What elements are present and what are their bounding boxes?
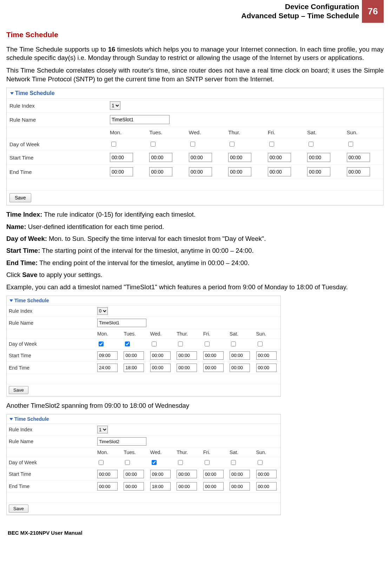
panel-title: Time Schedule xyxy=(7,296,280,305)
save-button[interactable]: Save xyxy=(9,386,28,394)
day-header: Mon. xyxy=(95,329,121,338)
start-time-input[interactable] xyxy=(203,351,224,360)
start-time-input[interactable] xyxy=(97,470,118,478)
start-time-input[interactable] xyxy=(150,470,171,478)
def-time-index: Time Index: The rule indicator (0-15) fo… xyxy=(6,210,384,219)
start-time-input[interactable] xyxy=(149,153,172,162)
start-time-input[interactable] xyxy=(230,470,250,478)
end-time-input[interactable] xyxy=(268,167,291,176)
start-time-input[interactable] xyxy=(124,470,144,478)
day-checkbox[interactable] xyxy=(190,142,195,147)
start-time-input[interactable] xyxy=(228,153,251,162)
intro-paragraph-1: The Time Schedule supports up to 16 time… xyxy=(6,45,384,62)
rule-index-select[interactable]: 1 xyxy=(110,101,120,110)
rule-name-input[interactable] xyxy=(97,319,146,327)
def-start-time: Start Time: The starting point of the in… xyxy=(6,246,384,255)
text-bold: 16 xyxy=(108,46,115,53)
end-time-input[interactable] xyxy=(177,482,197,491)
label: End Time: xyxy=(6,259,38,266)
day-checkbox[interactable] xyxy=(99,460,104,465)
section-title: Time Schedule xyxy=(6,31,384,39)
end-time-input[interactable] xyxy=(110,167,133,176)
rule-index-select[interactable]: 1 xyxy=(97,426,108,433)
start-time-input[interactable] xyxy=(97,351,118,360)
start-time-input[interactable] xyxy=(307,153,330,162)
start-time-input[interactable] xyxy=(177,351,197,360)
rule-name-input[interactable] xyxy=(97,437,146,446)
day-header: Wed. xyxy=(148,448,174,457)
end-time-input[interactable] xyxy=(149,167,172,176)
end-time-input[interactable] xyxy=(189,167,212,176)
end-time-input[interactable] xyxy=(203,364,224,372)
text: The ending point of the interval for the… xyxy=(38,259,249,266)
day-checkbox[interactable] xyxy=(230,142,234,147)
end-time-input[interactable] xyxy=(124,482,144,491)
text: The rule indicator (0-15) for identifyin… xyxy=(42,211,196,218)
day-checkbox[interactable] xyxy=(125,342,130,346)
start-time-input[interactable] xyxy=(124,351,144,360)
day-checkbox[interactable] xyxy=(125,460,130,465)
day-header: Wed. xyxy=(148,329,174,338)
rule-index-label: Rule Index xyxy=(7,424,95,435)
start-time-label: Start Time xyxy=(7,468,95,480)
day-checkbox[interactable] xyxy=(231,460,236,465)
end-time-input[interactable] xyxy=(150,364,171,372)
text: The starting point of the interval for t… xyxy=(40,247,253,254)
def-end-time: End Time: The ending point of the interv… xyxy=(6,259,384,267)
day-checkbox[interactable] xyxy=(205,342,210,346)
start-time-input[interactable] xyxy=(110,153,133,162)
save-button[interactable]: Save xyxy=(9,193,31,202)
day-header: Tues. xyxy=(146,127,186,138)
collapse-icon[interactable] xyxy=(10,92,14,95)
start-time-input[interactable] xyxy=(256,470,277,478)
day-checkbox[interactable] xyxy=(269,142,274,147)
rule-name-input[interactable] xyxy=(110,115,170,124)
end-time-input[interactable] xyxy=(124,364,144,372)
end-time-input[interactable] xyxy=(307,167,330,176)
end-time-input[interactable] xyxy=(177,364,197,372)
start-time-input[interactable] xyxy=(189,153,212,162)
end-time-input[interactable] xyxy=(97,364,118,372)
day-checkbox[interactable] xyxy=(111,142,116,147)
day-checkbox[interactable] xyxy=(99,342,104,346)
end-time-input[interactable] xyxy=(203,482,224,491)
collapse-icon[interactable] xyxy=(9,299,13,302)
collapse-icon[interactable] xyxy=(9,418,13,420)
day-header: Mon. xyxy=(95,448,121,457)
start-time-input[interactable] xyxy=(347,153,370,162)
start-time-input[interactable] xyxy=(177,470,197,478)
text: User-defined identification for each tim… xyxy=(26,223,164,230)
start-time-input[interactable] xyxy=(268,153,291,162)
page-number: 76 xyxy=(362,0,384,23)
end-time-input[interactable] xyxy=(256,482,277,491)
end-time-input[interactable] xyxy=(150,482,171,491)
day-checkbox[interactable] xyxy=(309,142,313,147)
end-time-input[interactable] xyxy=(97,482,118,491)
day-checkbox[interactable] xyxy=(258,460,263,465)
end-time-input[interactable] xyxy=(228,167,251,176)
end-time-input[interactable] xyxy=(256,364,277,372)
day-checkbox[interactable] xyxy=(231,342,236,346)
start-time-input[interactable] xyxy=(256,351,277,360)
end-time-input[interactable] xyxy=(347,167,370,176)
header-line2: Advanced Setup – Time Schedule xyxy=(241,11,359,20)
end-time-input[interactable] xyxy=(230,364,250,372)
label: Start Time: xyxy=(6,247,40,254)
day-checkbox[interactable] xyxy=(258,342,263,346)
day-checkbox[interactable] xyxy=(152,460,157,465)
rule-index-select[interactable]: 0 xyxy=(97,307,108,315)
start-time-input[interactable] xyxy=(203,470,224,478)
day-checkbox[interactable] xyxy=(348,142,353,147)
day-checkbox[interactable] xyxy=(151,142,156,147)
header-line1: Device Configuration xyxy=(241,2,359,11)
day-checkbox[interactable] xyxy=(152,342,157,346)
day-checkbox[interactable] xyxy=(178,342,183,346)
day-checkbox[interactable] xyxy=(178,460,183,465)
day-checkbox[interactable] xyxy=(205,460,210,465)
start-time-input[interactable] xyxy=(230,351,250,360)
label: Day of Week: xyxy=(6,235,47,242)
end-time-input[interactable] xyxy=(230,482,250,491)
save-button[interactable]: Save xyxy=(9,505,28,513)
label: Time Index: xyxy=(6,211,42,218)
start-time-input[interactable] xyxy=(150,351,171,360)
